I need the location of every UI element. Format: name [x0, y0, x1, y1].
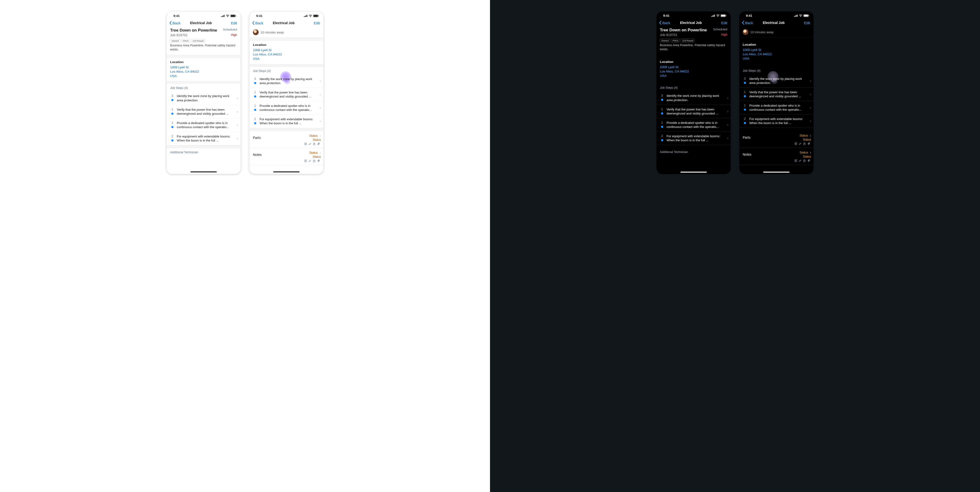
signal-icon	[711, 14, 715, 17]
divider	[250, 165, 323, 165]
job-step[interactable]: 1 Provide a dedicated spotter who is in …	[739, 101, 813, 114]
address-line2: Los Altos, CA 94022	[743, 52, 810, 56]
status-dot-icon	[661, 139, 663, 141]
parts-substatus: Status	[313, 138, 321, 141]
signal-icon	[304, 14, 308, 17]
technician-infobar[interactable]: 10 minutes away	[250, 27, 323, 38]
step-number: 3	[744, 77, 746, 80]
additional-tech-header: Additional Technician	[657, 148, 731, 156]
job-step[interactable]: 2 For equipment with extendable booms: W…	[657, 132, 731, 145]
lock-icon	[803, 142, 806, 145]
alarm-icon	[794, 142, 797, 145]
home-indicator[interactable]	[273, 171, 299, 172]
lock-icon	[313, 159, 316, 162]
step-number: 1	[172, 108, 173, 111]
step-number: 3	[255, 77, 256, 81]
address-line3: USA	[170, 74, 237, 78]
job-step[interactable]: 1 Provide a dedicated spotter who is in …	[657, 118, 731, 132]
parts-row[interactable]: Parts Status› Status	[739, 131, 813, 142]
svg-rect-30	[804, 15, 808, 16]
check-icon	[799, 159, 802, 162]
step-text: Provide a dedicated spotter who is in co…	[667, 121, 725, 129]
home-indicator[interactable]	[763, 171, 789, 173]
notes-icon-row	[739, 159, 813, 165]
step-text: Verify that the power line has been deen…	[667, 107, 725, 116]
step-text: Verify that the power line has been deen…	[259, 90, 317, 99]
divider	[167, 145, 240, 148]
technician-infobar[interactable]: 10 minutes away	[739, 27, 813, 38]
chevron-right-icon: ›	[320, 151, 321, 155]
address-line3: USA	[660, 74, 727, 78]
job-header: Tree Down on Powerline Scheduled Job 819…	[167, 27, 240, 55]
edit-button[interactable]: Edit	[313, 21, 320, 25]
job-step[interactable]: 1 Verify that the power line has been de…	[657, 105, 731, 118]
divider	[250, 64, 323, 67]
technician-eta: 10 minutes away	[750, 30, 774, 34]
chevron-right-icon: ›	[810, 79, 811, 83]
status-time: 9:41	[173, 14, 180, 18]
step-number: 2	[661, 134, 663, 138]
tag-started: Started	[660, 39, 670, 42]
edit-button[interactable]: Edit	[231, 21, 237, 25]
job-step[interactable]: 1 Verify that the power line has been de…	[739, 88, 813, 101]
step-text: Verify that the power line has been deen…	[177, 108, 234, 116]
step-number: 1	[661, 121, 663, 124]
job-step[interactable]: 3 Identify the work zone by placing work…	[167, 92, 240, 105]
address-link[interactable]: 1009 Lyell St Los Altos, CA 94022 USA	[253, 48, 320, 61]
parts-row[interactable]: Parts Status› Status	[250, 131, 323, 143]
battery-icon	[313, 14, 319, 17]
job-step[interactable]: 1 Verify that the power line has been de…	[167, 105, 240, 119]
svg-rect-31	[809, 15, 809, 16]
home-indicator[interactable]	[191, 171, 217, 172]
technician-eta: 10 minutes away	[261, 30, 284, 34]
page-title: Electrical Job	[743, 21, 804, 25]
job-step[interactable]: 2 For equipment with extendable booms: W…	[250, 115, 323, 128]
job-step[interactable]: 1 Provide a dedicated spotter who is in …	[250, 102, 323, 115]
divider	[657, 81, 731, 84]
nav-bar: Back Electrical Job Edit	[250, 18, 323, 27]
notes-row[interactable]: Notes Status› Status	[739, 148, 813, 159]
page-title: Electrical Job	[254, 21, 313, 25]
step-number: 3	[172, 94, 173, 98]
parts-status: Status	[800, 134, 808, 137]
svg-rect-23	[721, 15, 725, 16]
location-section: Location 1009 Lyell St Los Altos, CA 940…	[167, 58, 240, 81]
job-step[interactable]: 2 For equipment with extendable booms: W…	[739, 114, 813, 128]
job-header: Tree Down on Powerline Scheduled Job 819…	[657, 27, 731, 55]
job-step[interactable]: 3 Identify the work zone by placing work…	[657, 91, 731, 105]
svg-rect-20	[713, 15, 714, 17]
job-step[interactable]: 3 Identify the work zone by placing work…	[739, 75, 813, 88]
tag-pm01: PM01	[671, 39, 680, 42]
job-step[interactable]: 2 For equipment with extendable booms: W…	[167, 132, 240, 145]
chevron-right-icon: ›	[727, 96, 728, 100]
job-step[interactable]: 1 Verify that the power line has been de…	[250, 88, 323, 102]
status-dot-icon	[254, 82, 256, 84]
step-number: 2	[744, 117, 746, 121]
location-title: Location	[170, 60, 237, 64]
chevron-right-icon: ›	[727, 136, 728, 140]
notes-row[interactable]: Notes Status› Status	[250, 148, 323, 159]
phone-dark-primary: 9:41 Back Electrical Job Edit Tree Down …	[657, 11, 731, 174]
chevron-right-icon: ›	[237, 110, 238, 114]
wifi-icon	[716, 14, 720, 17]
chevron-right-icon: ›	[727, 109, 728, 114]
check-icon	[799, 142, 802, 145]
job-status: Scheduled	[223, 28, 237, 31]
job-step[interactable]: 1 Provide a dedicated spotter who is in …	[167, 119, 240, 132]
edit-button[interactable]: Edit	[804, 21, 810, 25]
edit-button[interactable]: Edit	[721, 21, 727, 25]
status-bar: 9:41	[250, 12, 323, 18]
chevron-right-icon: ›	[320, 119, 321, 123]
phone-dark-scrolled: 9:41 Back Electrical Job Edit 10 minutes…	[739, 11, 813, 174]
status-dot-icon	[171, 99, 173, 101]
job-title: Tree Down on Powerline	[660, 28, 707, 33]
address-line1: 1009 Lyell St	[660, 65, 727, 69]
address-link[interactable]: 1009 Lyell St Los Altos, CA 94022 USA	[660, 65, 727, 78]
home-indicator[interactable]	[681, 171, 707, 173]
parts-icon-row	[250, 143, 323, 148]
address-link[interactable]: 1009 Lyell St Los Altos, CA 94022 USA	[743, 48, 810, 61]
address-link[interactable]: 1009 Lyell St Los Altos, CA 94022 USA	[170, 65, 237, 78]
job-step[interactable]: 3 Identify the work zone by placing work…	[250, 75, 323, 88]
page-title: Electrical Job	[660, 21, 721, 25]
address-line2: Los Altos, CA 94022	[253, 52, 320, 57]
